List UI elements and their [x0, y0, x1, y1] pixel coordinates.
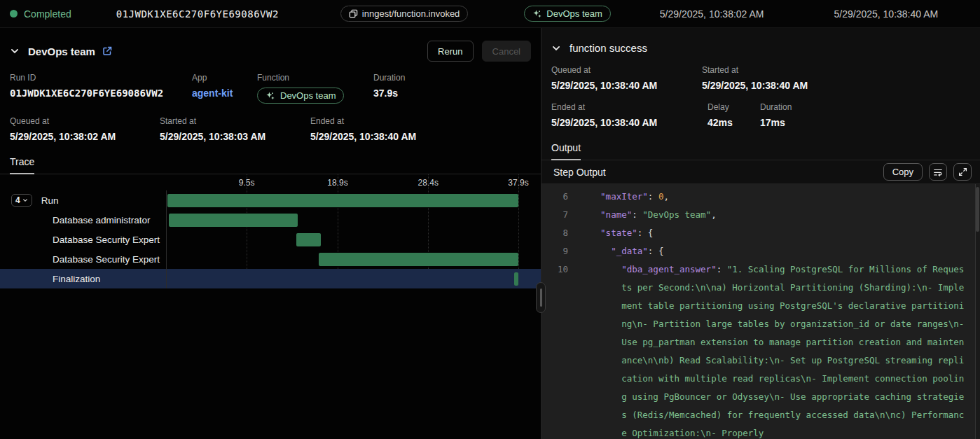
field-queued-value: 5/29/2025, 10:38:02 AM — [10, 131, 160, 142]
top-bar: Completed 01JWDK1XE6C270F6YE69086VW2 inn… — [0, 0, 980, 28]
span-count: 4 — [15, 195, 20, 205]
timeline-span-bar[interactable] — [167, 194, 518, 207]
timeline-row[interactable]: Finalization — [0, 269, 541, 288]
field-duration-value: 37.9s — [373, 88, 405, 99]
step-started-value: 5/29/2025, 10:38:40 AM — [702, 80, 808, 91]
code-line: 8"state": { — [541, 224, 980, 242]
timeline-row-label-cell: Database Security Expert — [0, 254, 166, 265]
function-badge[interactable]: DevOps team — [257, 88, 344, 104]
step-field-started: Started at 5/29/2025, 10:38:40 AM — [702, 65, 808, 91]
function-badge-top[interactable]: DevOps team — [524, 6, 610, 22]
app-link[interactable]: agent-kit — [192, 88, 257, 99]
code-token-punct: : — [648, 191, 658, 202]
step-delay-value: 42ms — [708, 117, 760, 128]
code-line-content: "name": "DevOps team", — [579, 206, 980, 224]
timeline-row[interactable]: Database Security Expert — [0, 249, 541, 269]
copy-button[interactable]: Copy — [883, 163, 923, 181]
code-token-punct: : { — [637, 228, 654, 238]
field-duration: Duration 37.9s — [373, 73, 405, 104]
code-line: 7"name": "DevOps team", — [541, 206, 980, 224]
code-line-content: "state": { — [579, 224, 980, 242]
code-token-key: "state" — [600, 228, 637, 238]
field-run-id-label: Run ID — [10, 73, 192, 83]
timeline-rows: 4RunDatabase administratorDatabase Secur… — [0, 190, 541, 288]
timeline-span-bar[interactable] — [514, 272, 518, 286]
field-app: App agent-kit — [192, 73, 257, 104]
timeline-row-label-cell: Finalization — [0, 274, 166, 284]
timeline-span-bar[interactable] — [296, 233, 321, 246]
field-ended-label: Ended at — [310, 116, 416, 126]
span-count-dropdown[interactable]: 4 — [11, 194, 32, 207]
step-field-delay: Delay 42ms — [708, 102, 760, 128]
function-badge-top-label: DevOps team — [546, 8, 602, 19]
code-line-content: "dba_agent_answer": "1. Scaling PostgreS… — [579, 260, 980, 439]
line-number: 8 — [541, 224, 568, 242]
code-token-punct: : { — [648, 246, 664, 256]
run-details-panel: DevOps team Rerun Cancel Run ID 01JWDK1X… — [0, 28, 541, 439]
field-function: Function DevOps team — [257, 73, 373, 104]
code-line-content: "_data": { — [579, 242, 980, 260]
code-token-key: "name" — [600, 209, 632, 220]
code-line: 10"dba_agent_answer": "1. Scaling Postgr… — [541, 260, 980, 439]
step-output-title: Step Output — [553, 167, 606, 178]
timeline-row[interactable]: 4Run — [0, 190, 541, 210]
timeline-row-label: Database administrator — [53, 215, 151, 225]
status-dot-icon — [10, 10, 18, 18]
field-queued-label: Queued at — [10, 116, 160, 126]
scrollbar-thumb[interactable] — [976, 187, 979, 232]
step-output-code: 6"maxIter": 0,7"name": "DevOps team",8"s… — [541, 184, 980, 439]
field-run-id-value: 01JWDK1XE6C270F6YE69086VW2 — [10, 88, 192, 99]
event-badge-label: inngest/function.invoked — [362, 8, 460, 19]
code-scrollbar[interactable] — [975, 184, 980, 439]
code-token-str: "DevOps team" — [642, 209, 711, 220]
field-ended-at: Ended at 5/29/2025, 10:38:40 AM — [310, 116, 416, 142]
trace-tabs: Trace — [0, 142, 541, 174]
timeline-row[interactable]: Database administrator — [0, 210, 541, 230]
timeline-row-track — [166, 230, 518, 249]
code-token-key: "_data" — [611, 246, 648, 256]
external-link-icon[interactable] — [102, 46, 112, 56]
timeline-row-label-cell: Database Security Expert — [0, 235, 166, 245]
code-token-punct: , — [711, 209, 717, 220]
step-duration-label: Duration — [760, 102, 792, 112]
tab-trace[interactable]: Trace — [10, 156, 34, 174]
line-number: 6 — [541, 188, 568, 206]
word-wrap-button[interactable] — [929, 163, 947, 181]
event-badge[interactable]: inngest/function.invoked — [340, 6, 468, 22]
code-line: 6"maxIter": 0, — [541, 188, 980, 206]
step-details-panel: function success Queued at 5/29/2025, 10… — [541, 28, 980, 439]
step-started-label: Started at — [702, 65, 808, 75]
timeline-row-label-cell: 4Run — [0, 194, 166, 207]
field-function-label: Function — [257, 73, 373, 83]
field-started-at: Started at 5/29/2025, 10:38:03 AM — [160, 116, 310, 142]
sparkle-icon — [532, 9, 542, 19]
code-token-punct: : — [632, 209, 642, 220]
step-field-duration: Duration 17ms — [760, 102, 792, 128]
resize-handle[interactable] — [536, 282, 546, 313]
output-tabs: Output — [541, 128, 980, 160]
timeline-row-label: Database Security Expert — [53, 235, 160, 245]
line-number: 10 — [541, 260, 568, 279]
tab-output[interactable]: Output — [551, 142, 581, 160]
step-output-toolbar: Step Output Copy — [541, 160, 980, 184]
timeline-row[interactable]: Database Security Expert — [0, 230, 541, 249]
sparkle-icon — [265, 91, 275, 101]
top-queued-timestamp: 5/29/2025, 10:38:02 AM — [660, 8, 764, 20]
chevron-down-icon[interactable] — [10, 46, 20, 56]
rerun-button[interactable]: Rerun — [427, 41, 473, 62]
timeline-row-label: Database Security Expert — [53, 254, 160, 265]
field-ended-value: 5/29/2025, 10:38:40 AM — [310, 131, 416, 142]
code-token-str: "1. Scaling PostgreSQL for Millions of R… — [621, 264, 969, 438]
timeline-span-bar[interactable] — [169, 214, 298, 227]
timeline-span-bar[interactable] — [319, 253, 518, 266]
trace-timeline: 9.5s18.9s28.4s37.9s 4RunDatabase adminis… — [0, 174, 541, 288]
chevron-down-icon[interactable] — [551, 43, 561, 53]
top-ended-timestamp: 5/29/2025, 10:38:40 AM — [834, 8, 939, 20]
expand-button[interactable] — [953, 163, 972, 181]
step-field-queued: Queued at 5/29/2025, 10:38:40 AM — [551, 65, 702, 91]
timeline-row-track — [166, 210, 518, 230]
cancel-button[interactable]: Cancel — [482, 41, 531, 62]
chevron-down-icon — [22, 197, 28, 203]
timeline-body: 4RunDatabase administratorDatabase Secur… — [0, 190, 541, 288]
field-started-label: Started at — [160, 116, 310, 126]
